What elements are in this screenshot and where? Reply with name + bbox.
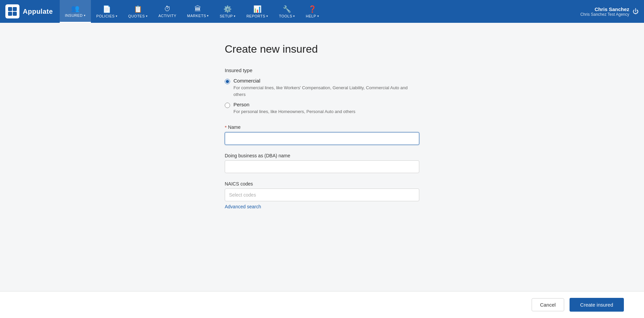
person-content: Person For personal lines, like Homeowne…	[233, 102, 355, 115]
svg-rect-0	[8, 7, 12, 11]
policies-icon: 📄	[103, 5, 111, 13]
tools-label: TOOLS ▾	[279, 14, 295, 18]
footer-bar: Cancel Create insured	[0, 291, 644, 318]
commercial-label: Commercial	[233, 78, 419, 84]
nav-item-policies[interactable]: 📄 POLICIES ▾	[91, 0, 123, 23]
main-content: Create new insured Insured type Commerci…	[0, 23, 644, 258]
commercial-radio[interactable]	[225, 79, 230, 84]
form-container: Create new insured Insured type Commerci…	[225, 43, 419, 218]
setup-chevron: ▾	[234, 14, 236, 18]
page-title: Create new insured	[225, 43, 419, 55]
nav-item-setup[interactable]: ⚙️ SETUP ▾	[214, 0, 241, 23]
svg-rect-3	[13, 12, 17, 16]
quotes-chevron: ▾	[146, 14, 148, 18]
insured-type-group: Insured type Commercial For commercial l…	[225, 67, 419, 115]
nav-item-reports[interactable]: 📊 REPORTS ▾	[241, 0, 274, 23]
activity-icon: ⏱	[164, 5, 171, 13]
help-icon: ❓	[308, 5, 317, 13]
brand-logo-link[interactable]: Appulate	[5, 4, 53, 18]
reports-label: REPORTS ▾	[247, 14, 268, 18]
create-insured-button[interactable]: Create insured	[570, 298, 624, 312]
policies-chevron: ▾	[116, 14, 118, 18]
required-star: *	[225, 124, 227, 130]
help-chevron: ▾	[317, 14, 319, 18]
navbar: Appulate 👥 INSURED ▾ 📄 POLICIES ▾ 📋 QUOT…	[0, 0, 644, 23]
commercial-content: Commercial For commercial lines, like Wo…	[233, 78, 419, 98]
naics-field-group: NAICS codes Advanced search	[225, 181, 419, 210]
person-label: Person	[233, 102, 355, 107]
nav-item-quotes[interactable]: 📋 QUOTES ▾	[123, 0, 153, 23]
commercial-option[interactable]: Commercial For commercial lines, like Wo…	[225, 78, 419, 98]
svg-rect-1	[13, 7, 17, 11]
commercial-desc: For commercial lines, like Workers' Comp…	[233, 85, 419, 98]
reports-chevron: ▾	[266, 14, 268, 18]
user-name: Chris Sanchez	[580, 6, 629, 12]
navbar-user: Chris Sanchez Chris Sanchez Test Agency …	[580, 6, 639, 17]
activity-label: ACTIVITY	[158, 14, 176, 18]
markets-icon: 🏛	[195, 5, 201, 13]
insured-chevron: ▾	[84, 14, 86, 17]
reports-icon: 📊	[253, 5, 262, 13]
nav-item-insured[interactable]: 👥 INSURED ▾	[60, 0, 91, 23]
setup-icon: ⚙️	[223, 5, 232, 13]
nav-item-help[interactable]: ❓ HELP ▾	[301, 0, 324, 23]
user-agency: Chris Sanchez Test Agency	[580, 12, 629, 17]
nav-items: 👥 INSURED ▾ 📄 POLICIES ▾ 📋 QUOTES ▾ ⏱ AC…	[60, 0, 581, 23]
insured-icon: 👥	[71, 4, 79, 12]
quotes-icon: 📋	[134, 5, 142, 13]
power-icon[interactable]: ⏻	[633, 8, 639, 15]
name-label: * Name	[225, 124, 419, 130]
tools-chevron: ▾	[293, 14, 295, 18]
quotes-label: QUOTES ▾	[128, 14, 148, 18]
person-option[interactable]: Person For personal lines, like Homeowne…	[225, 102, 419, 115]
person-radio[interactable]	[225, 103, 230, 108]
setup-label: SETUP ▾	[220, 14, 236, 18]
naics-input[interactable]	[225, 189, 419, 201]
nav-item-tools[interactable]: 🔧 TOOLS ▾	[274, 0, 301, 23]
user-info: Chris Sanchez Chris Sanchez Test Agency	[580, 6, 629, 17]
nav-item-activity[interactable]: ⏱ ACTIVITY	[153, 0, 182, 23]
tools-icon: 🔧	[283, 5, 291, 13]
cancel-button[interactable]: Cancel	[532, 298, 564, 311]
insured-type-label: Insured type	[225, 67, 419, 73]
dba-input[interactable]	[225, 160, 419, 173]
brand-logo	[5, 4, 19, 18]
svg-rect-2	[8, 12, 12, 16]
naics-label: NAICS codes	[225, 181, 419, 187]
person-desc: For personal lines, like Homeowners, Per…	[233, 108, 355, 115]
markets-label: MARKETS ▾	[187, 14, 209, 18]
dba-field-group: Doing business as (DBA) name	[225, 153, 419, 173]
nav-item-markets[interactable]: 🏛 MARKETS ▾	[182, 0, 214, 23]
brand-name: Appulate	[23, 8, 53, 15]
help-label: HELP ▾	[306, 14, 319, 18]
policies-label: POLICIES ▾	[96, 14, 117, 18]
advanced-search-link[interactable]: Advanced search	[225, 204, 261, 209]
name-input[interactable]	[225, 132, 419, 145]
dba-label: Doing business as (DBA) name	[225, 153, 419, 158]
insured-label: INSURED ▾	[65, 13, 86, 17]
name-field-group: * Name	[225, 124, 419, 145]
markets-chevron: ▾	[207, 14, 209, 17]
